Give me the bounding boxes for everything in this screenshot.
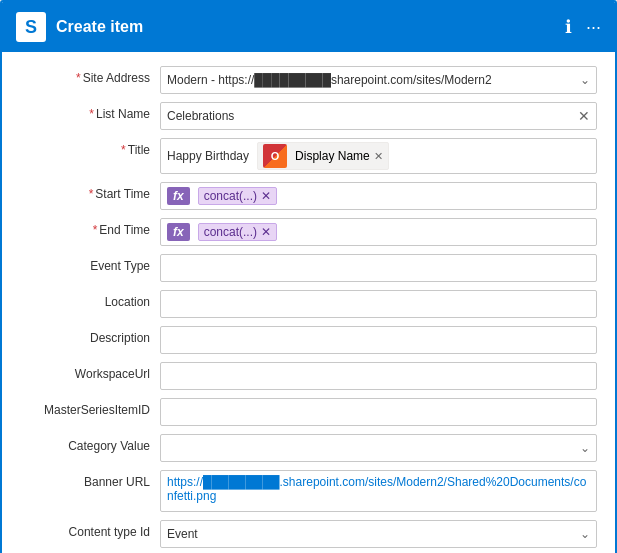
end-time-concat-label: concat(...) [204,225,257,239]
create-item-panel: S Create item ℹ ··· *Site Address Modern… [0,0,617,553]
more-options-icon[interactable]: ··· [586,17,601,38]
panel-header: S Create item ℹ ··· [2,2,615,52]
site-address-chevron-icon: ⌄ [580,73,590,87]
event-type-row: Event Type [20,254,597,282]
master-series-row: MasterSeriesItemID [20,398,597,426]
list-name-row: *List Name Celebrations ✕ [20,102,597,130]
start-time-label: *Start Time [20,182,150,201]
content-type-id-input[interactable]: Event ⌄ [160,520,597,548]
start-time-concat-remove-icon[interactable]: ✕ [261,189,271,203]
end-time-concat-chip: concat(...) ✕ [198,223,277,241]
content-type-id-chevron-icon: ⌄ [580,527,590,541]
office-chip: O Display Name ✕ [257,142,389,170]
workspace-url-label: WorkspaceUrl [20,362,150,381]
content-type-id-label: Content type Id [20,520,150,539]
banner-url-row: Banner URL https://█████████.sharepoint.… [20,470,597,512]
banner-url-label: Banner URL [20,470,150,489]
list-name-value: Celebrations [167,109,590,123]
category-value-chevron-icon: ⌄ [580,441,590,455]
end-time-concat-remove-icon[interactable]: ✕ [261,225,271,239]
workspace-url-row: WorkspaceUrl [20,362,597,390]
workspace-url-input[interactable] [160,362,597,390]
description-input[interactable] [160,326,597,354]
end-time-row: *End Time fx concat(...) ✕ [20,218,597,246]
panel-title: Create item [56,18,555,36]
form-body: *Site Address Modern - https://█████████… [2,52,615,553]
location-input[interactable] [160,290,597,318]
display-name-remove-icon[interactable]: ✕ [374,150,383,163]
site-address-input[interactable]: Modern - https://█████████sharepoint.com… [160,66,597,94]
event-type-input[interactable] [160,254,597,282]
start-time-fx-icon: fx [167,187,190,205]
office365-icon: O [263,144,287,168]
description-row: Description [20,326,597,354]
header-actions: ℹ ··· [565,16,601,38]
content-type-id-row: Content type Id Event ⌄ [20,520,597,548]
end-time-fx-icon: fx [167,223,190,241]
site-address-value: Modern - https://█████████sharepoint.com… [167,73,568,87]
content-type-id-value: Event [167,527,198,541]
end-time-label: *End Time [20,218,150,237]
category-value-label: Category Value [20,434,150,453]
title-text-value: Happy Birthday [167,149,249,163]
category-value-input[interactable]: ⌄ [160,434,597,462]
list-name-label: *List Name [20,102,150,121]
category-value-row: Category Value ⌄ [20,434,597,462]
info-icon[interactable]: ℹ [565,16,572,38]
list-name-clear-icon[interactable]: ✕ [578,108,590,124]
start-time-concat-chip: concat(...) ✕ [198,187,277,205]
banner-url-input[interactable]: https://█████████.sharepoint.com/sites/M… [160,470,597,512]
location-row: Location [20,290,597,318]
title-label: *Title [20,138,150,157]
start-time-concat-label: concat(...) [204,189,257,203]
banner-url-value: https://█████████.sharepoint.com/sites/M… [167,475,590,503]
master-series-input[interactable] [160,398,597,426]
site-address-row: *Site Address Modern - https://█████████… [20,66,597,94]
start-time-row: *Start Time fx concat(...) ✕ [20,182,597,210]
event-type-label: Event Type [20,254,150,273]
sharepoint-logo: S [16,12,46,42]
list-name-input[interactable]: Celebrations ✕ [160,102,597,130]
description-label: Description [20,326,150,345]
master-series-label: MasterSeriesItemID [20,398,150,417]
location-label: Location [20,290,150,309]
start-time-input[interactable]: fx concat(...) ✕ [160,182,597,210]
site-address-label: *Site Address [20,66,150,85]
end-time-input[interactable]: fx concat(...) ✕ [160,218,597,246]
display-name-label: Display Name [295,149,370,163]
title-row: *Title Happy Birthday O Display Name ✕ [20,138,597,174]
title-input[interactable]: Happy Birthday O Display Name ✕ [160,138,597,174]
